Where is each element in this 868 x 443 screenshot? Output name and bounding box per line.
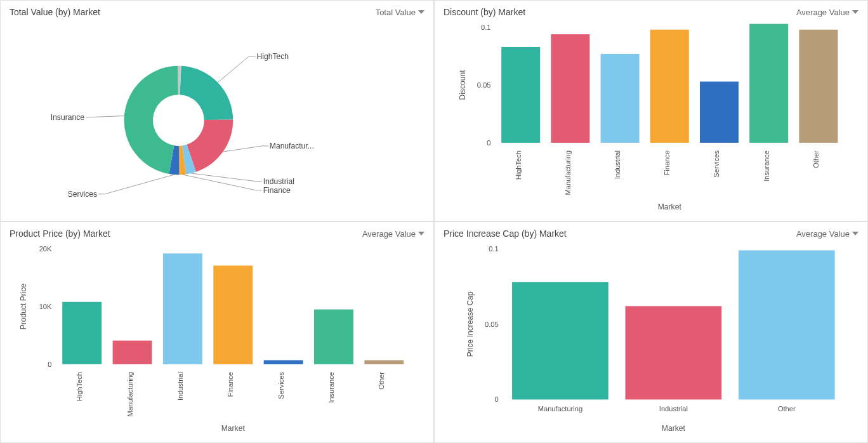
x-axis-label: Market: [221, 424, 246, 433]
bar[interactable]: [314, 310, 353, 364]
donut-chart: HighTechManufactur...IndustrialFinanceSe…: [10, 21, 424, 213]
panel-title: Product Price (by) Market: [10, 228, 110, 239]
bar[interactable]: [501, 47, 540, 143]
y-axis-label: Discount: [458, 70, 467, 100]
dropdown-label: Average Value: [362, 229, 416, 239]
x-tick: Insurance: [327, 372, 335, 403]
x-axis-label: Market: [658, 202, 682, 211]
donut-label: Industrial: [263, 177, 294, 186]
y-tick: 0: [494, 395, 498, 403]
y-tick: 10K: [39, 303, 52, 310]
x-tick: Other: [812, 150, 820, 168]
dropdown-label: Average Value: [796, 229, 850, 239]
y-axis-label: Product Price: [19, 283, 28, 329]
x-tick: Other: [778, 405, 796, 413]
bar[interactable]: [799, 30, 838, 143]
bar[interactable]: [264, 360, 303, 364]
x-tick: Manufacturing: [126, 372, 134, 416]
x-tick: HighTech: [515, 150, 522, 180]
panel-header: Price Increase Cap (by) Market Average V…: [444, 228, 858, 239]
x-tick: Finance: [663, 150, 671, 176]
donut-label: Services: [68, 190, 97, 199]
x-tick: Industrial: [614, 150, 621, 179]
panel-title: Discount (by) Market: [444, 7, 525, 17]
dropdown-label: Total Value: [376, 8, 416, 17]
bar[interactable]: [512, 282, 608, 399]
metric-dropdown[interactable]: Average Value: [796, 229, 858, 239]
bar[interactable]: [626, 306, 722, 399]
panel-total-value: Total Value (by) Market Total Value High…: [0, 0, 434, 221]
bar-chart-discount: 00.050.1HighTechManufacturingIndustrialF…: [444, 21, 858, 213]
bar[interactable]: [163, 253, 202, 364]
metric-dropdown[interactable]: Average Value: [796, 8, 858, 17]
panel-price-cap: Price Increase Cap (by) Market Average V…: [434, 221, 868, 443]
chevron-down-icon: [852, 232, 858, 235]
y-tick: 0.05: [477, 81, 491, 89]
donut-label: HighTech: [257, 52, 289, 61]
panel-product-price: Product Price (by) Market Average Value …: [0, 221, 434, 443]
chevron-down-icon: [852, 10, 858, 14]
bar[interactable]: [700, 82, 739, 143]
panel-title: Total Value (by) Market: [10, 7, 100, 17]
donut-slice[interactable]: [187, 119, 233, 171]
x-tick: Services: [277, 372, 285, 399]
bar[interactable]: [650, 30, 689, 143]
panel-header: Product Price (by) Market Average Value: [10, 228, 424, 239]
y-tick: 0.05: [485, 321, 499, 328]
panel-header: Discount (by) Market Average Value: [444, 7, 858, 17]
donut-slice[interactable]: [180, 66, 233, 120]
y-tick: 0.1: [489, 245, 498, 253]
y-tick: 0: [48, 360, 51, 368]
x-tick: Industrial: [176, 372, 184, 400]
bar-chart-price-cap: 00.050.1ManufacturingIndustrialOtherMark…: [444, 242, 858, 435]
bar[interactable]: [364, 360, 404, 364]
bar[interactable]: [739, 250, 835, 399]
x-axis-label: Market: [662, 424, 686, 433]
dashboard-grid: Total Value (by) Market Total Value High…: [0, 0, 868, 443]
x-tick: HighTech: [76, 372, 83, 401]
bar[interactable]: [551, 34, 589, 143]
metric-dropdown[interactable]: Average Value: [362, 229, 424, 239]
y-tick: 0: [487, 139, 490, 147]
bar-chart-product-price: 010K20KHighTechManufacturingIndustrialFi…: [10, 242, 424, 435]
dropdown-label: Average Value: [796, 8, 850, 17]
panel-header: Total Value (by) Market Total Value: [10, 7, 424, 17]
bar[interactable]: [601, 54, 640, 143]
panel-discount: Discount (by) Market Average Value 00.05…: [434, 0, 868, 221]
y-tick: 20K: [39, 245, 52, 253]
x-tick: Industrial: [659, 405, 688, 413]
bar[interactable]: [62, 302, 102, 364]
donut-label: Finance: [263, 186, 291, 195]
x-tick: Services: [713, 150, 720, 178]
x-tick: Insurance: [763, 150, 770, 182]
donut-slice[interactable]: [124, 66, 178, 174]
chevron-down-icon: [418, 10, 424, 14]
x-tick: Other: [378, 372, 385, 390]
x-tick: Manufacturing: [538, 405, 582, 413]
x-tick: Manufacturing: [564, 150, 572, 195]
y-tick: 0.1: [481, 23, 490, 31]
chevron-down-icon: [418, 232, 424, 235]
x-tick: Finance: [227, 372, 234, 397]
bar[interactable]: [213, 265, 253, 364]
bar[interactable]: [749, 24, 788, 143]
donut-label: Insurance: [51, 113, 84, 122]
donut-label: Manufactur...: [270, 142, 314, 150]
y-axis-label: Price Increase Cap: [466, 291, 475, 357]
bar[interactable]: [113, 341, 152, 364]
panel-title: Price Increase Cap (by) Market: [444, 228, 567, 239]
metric-dropdown[interactable]: Total Value: [376, 8, 424, 17]
